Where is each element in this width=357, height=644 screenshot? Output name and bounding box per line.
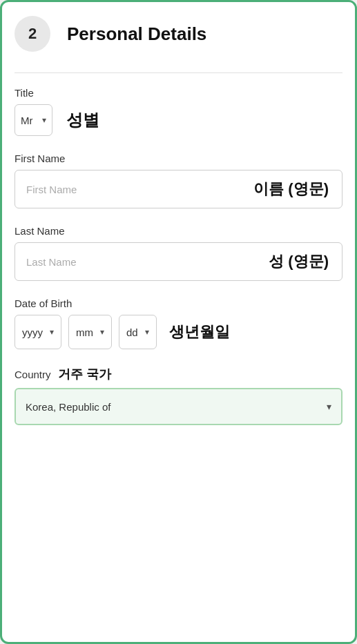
country-section: Country 거주 국가 Korea, Republic of United … [15, 366, 342, 425]
title-select-arrow-icon: ▾ [42, 115, 46, 125]
title-row: Mr Mrs Ms Dr ▾ 성별 [15, 104, 342, 136]
dob-korean-hint: 생년월일 [169, 322, 230, 342]
first-name-input[interactable] [15, 170, 342, 208]
country-select-wrapper[interactable]: Korea, Republic of United States Japan C… [15, 388, 342, 425]
last-name-input[interactable] [15, 242, 342, 281]
country-arrow-icon: ▾ [327, 401, 331, 412]
personal-details-card: 2 Personal Details Title Mr Mrs Ms Dr ▾ … [0, 0, 357, 644]
dob-day-wrapper[interactable]: dd ▾ [119, 315, 157, 349]
dob-year-select[interactable]: yyyy [22, 326, 47, 338]
header-divider [15, 72, 342, 73]
title-label: Title [15, 87, 342, 99]
step-badge: 2 [15, 16, 50, 52]
country-select[interactable]: Korea, Republic of United States Japan C… [26, 401, 327, 413]
title-section: Title Mr Mrs Ms Dr ▾ 성별 [15, 87, 342, 136]
last-name-section: Last Name 성 (영문) [15, 225, 342, 281]
last-name-label: Last Name [15, 225, 342, 237]
dob-section: Date of Birth yyyy ▾ mm ▾ dd ▾ 생년월 [15, 297, 342, 349]
dob-month-select[interactable]: mm [76, 326, 97, 338]
step-number: 2 [28, 25, 37, 43]
page-title: Personal Details [67, 23, 206, 45]
card-header: 2 Personal Details [15, 16, 342, 52]
dob-year-wrapper[interactable]: yyyy ▾ [15, 315, 61, 349]
title-select[interactable]: Mr Mrs Ms Dr [21, 115, 42, 126]
dob-row: yyyy ▾ mm ▾ dd ▾ 생년월일 [15, 315, 342, 349]
dob-day-select[interactable]: dd [126, 326, 142, 338]
dob-label: Date of Birth [15, 297, 342, 309]
country-korean-hint: 거주 국가 [58, 366, 111, 382]
dob-year-arrow-icon: ▾ [50, 327, 54, 337]
title-select-wrapper[interactable]: Mr Mrs Ms Dr ▾ [15, 104, 52, 136]
title-korean-hint: 성별 [66, 109, 99, 131]
first-name-section: First Name 이름 (영문) [15, 153, 342, 208]
first-name-label: First Name [15, 153, 342, 164]
dob-day-arrow-icon: ▾ [145, 327, 149, 337]
country-label: Country 거주 국가 [15, 366, 342, 382]
dob-month-wrapper[interactable]: mm ▾ [68, 315, 112, 349]
last-name-input-wrapper: 성 (영문) [15, 242, 342, 281]
first-name-input-wrapper: 이름 (영문) [15, 170, 342, 208]
dob-month-arrow-icon: ▾ [100, 327, 104, 337]
